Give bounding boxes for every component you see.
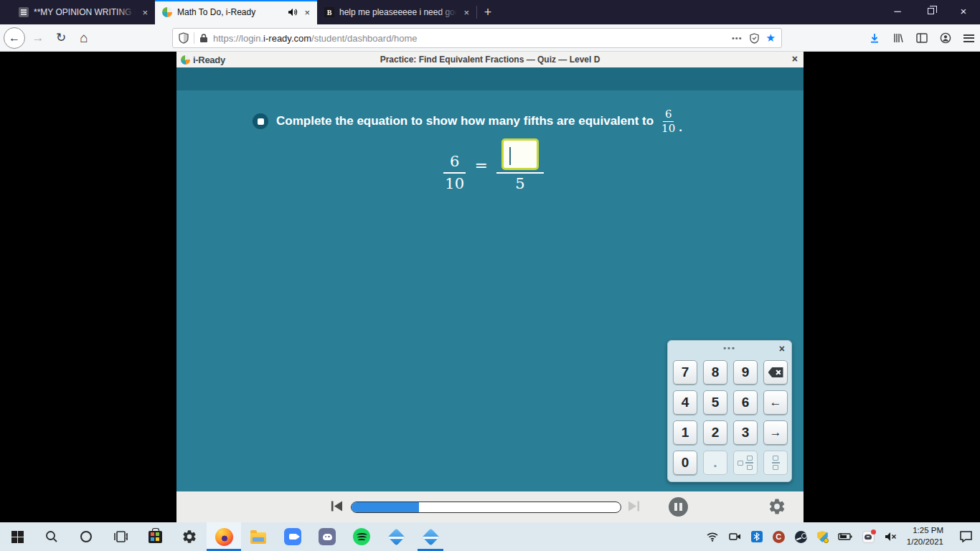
tab-opinion-essay[interactable]: **MY OPINION WRITING ESSAY ×	[11, 0, 155, 24]
blue-kite-icon	[422, 528, 439, 545]
page-actions-icon[interactable]: •••	[732, 34, 743, 42]
microsoft-store-button[interactable]	[138, 522, 172, 551]
numpad-drag-handle-icon[interactable]: •••	[668, 344, 791, 352]
key-backspace[interactable]	[763, 360, 788, 385]
volume-muted-icon[interactable]	[885, 532, 897, 542]
lesson-stage: Complete the equation to show how many f…	[176, 90, 804, 491]
firefox-icon	[215, 528, 233, 546]
taskbar-search-button[interactable]	[34, 522, 69, 551]
tracking-protection-shield-icon[interactable]	[179, 32, 189, 44]
key-7[interactable]: 7	[673, 360, 697, 385]
pause-button[interactable]	[669, 497, 688, 517]
sidebar-icon[interactable]	[916, 33, 928, 43]
question-fraction-denominator: 10	[661, 122, 675, 135]
action-center-icon[interactable]	[959, 531, 973, 542]
lesson-playbar	[176, 491, 804, 522]
key-2[interactable]: 2	[703, 420, 727, 445]
key-arrow-right[interactable]: →	[763, 420, 788, 445]
numpad-close-button[interactable]: ×	[779, 343, 785, 354]
skip-forward-button[interactable]	[627, 500, 641, 515]
back-button[interactable]: ←	[4, 27, 25, 49]
tab-audio-playing-icon[interactable]	[288, 8, 298, 17]
skip-back-button[interactable]	[330, 500, 344, 515]
key-arrow-left[interactable]: ←	[763, 390, 788, 415]
home-button[interactable]: ⌂	[72, 30, 95, 46]
key-6[interactable]: 6	[733, 390, 758, 415]
discord-button[interactable]	[310, 522, 344, 551]
key-5[interactable]: 5	[703, 390, 727, 415]
zoom-app-button[interactable]	[275, 522, 310, 551]
lesson-title: Practice: Find Equivalent Fractions — Qu…	[176, 55, 804, 65]
blue-kite-icon	[387, 528, 405, 545]
key-0[interactable]: 0	[673, 451, 697, 475]
blue-app-button-1[interactable]	[379, 522, 413, 551]
meet-now-icon[interactable]	[729, 532, 741, 542]
key-3[interactable]: 3	[733, 420, 758, 445]
task-view-button[interactable]	[103, 522, 138, 551]
back-icon: ←	[9, 32, 20, 44]
clock-date: 1/20/2021	[907, 537, 943, 548]
discord-tray-icon[interactable]	[862, 531, 875, 543]
header-band	[176, 67, 804, 90]
firefox-taskbar-button[interactable]	[207, 522, 241, 551]
blue-app-button-2[interactable]	[413, 522, 448, 551]
iready-favicon-icon	[162, 7, 172, 17]
settings-gear-button[interactable]	[768, 497, 786, 519]
bluetooth-icon[interactable]	[751, 531, 763, 542]
right-denominator: 5	[515, 176, 524, 192]
start-button[interactable]	[0, 522, 34, 551]
notification-dot	[871, 529, 876, 534]
tab-close-icon[interactable]: ×	[462, 7, 471, 18]
tab-math-todo-iready[interactable]: Math To Do, i-Ready ×	[155, 0, 317, 24]
restore-button[interactable]	[914, 0, 947, 22]
stop-audio-button[interactable]	[253, 113, 268, 129]
tab-help-me[interactable]: B help me pleaseeeee i need goo ×	[317, 0, 476, 24]
reload-button[interactable]: ↻	[50, 30, 72, 45]
steam-icon[interactable]	[795, 531, 807, 543]
numpad-grid: 7 8 9 4 5 6 ← 1 2 3 → 0 .	[668, 359, 791, 475]
key-1[interactable]: 1	[673, 420, 697, 445]
downloads-icon[interactable]	[869, 32, 880, 44]
wifi-icon[interactable]	[706, 532, 719, 542]
question-period: .	[679, 121, 682, 135]
close-window-button[interactable]: ×	[947, 0, 980, 22]
pocket-shield-icon[interactable]	[750, 33, 759, 44]
urlbar-divider	[194, 32, 194, 44]
lock-icon[interactable]	[199, 33, 208, 43]
numpad: ••• × 7 8 9 4 5 6 ← 1 2 3 → 0	[667, 340, 792, 482]
menu-icon[interactable]	[963, 34, 974, 42]
numpad-header: ••• ×	[668, 341, 791, 359]
windows-security-icon[interactable]	[817, 531, 828, 542]
library-icon[interactable]	[892, 32, 904, 44]
minimize-button[interactable]: ─	[881, 0, 914, 22]
url-bar[interactable]: https://login.i-ready.com/student/dashbo…	[172, 28, 782, 48]
equation-left-fraction: 6 10	[443, 139, 466, 192]
battery-icon[interactable]	[838, 532, 852, 541]
key-decimal: .	[703, 451, 727, 475]
cortana-button[interactable]	[69, 522, 103, 551]
key-8[interactable]: 8	[703, 360, 727, 385]
key-4[interactable]: 4	[673, 390, 697, 415]
file-explorer-button[interactable]	[241, 522, 275, 551]
spotify-button[interactable]	[344, 522, 379, 551]
settings-button[interactable]	[172, 522, 207, 551]
bookmark-star-icon[interactable]: ★	[766, 32, 776, 44]
tab-close-icon[interactable]: ×	[141, 7, 149, 18]
left-denominator: 10	[445, 176, 464, 192]
windows-logo-icon	[11, 531, 24, 543]
taskbar-clock[interactable]: 1:25 PM 1/20/2021	[907, 525, 943, 547]
ccleaner-icon[interactable]: C	[773, 531, 785, 543]
account-icon[interactable]	[940, 32, 951, 44]
progress-fill	[352, 502, 419, 512]
fraction-icon	[772, 456, 780, 470]
tab-close-icon[interactable]: ×	[303, 7, 311, 18]
brainly-favicon-icon: B	[324, 7, 334, 17]
mixed-number-icon	[738, 456, 753, 470]
answer-input[interactable]	[501, 138, 539, 170]
question-fraction-numerator: 6	[663, 108, 674, 122]
lesson-close-button[interactable]: ×	[792, 53, 798, 65]
key-9[interactable]: 9	[733, 360, 758, 385]
forward-button[interactable]: →	[27, 31, 50, 45]
url-text[interactable]: https://login.i-ready.com/student/dashbo…	[213, 33, 727, 44]
new-tab-button[interactable]: +	[477, 0, 499, 24]
